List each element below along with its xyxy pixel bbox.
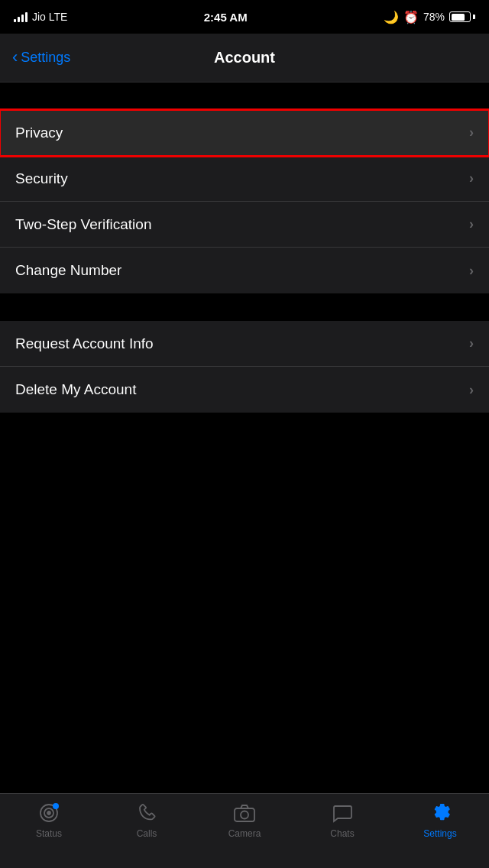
delete-my-account-label: Delete My Account (15, 381, 136, 398)
chevron-right-icon: › (469, 335, 474, 351)
moon-icon: 🌙 (384, 10, 399, 24)
section-gap-2 (0, 293, 489, 321)
page-title: Account (104, 49, 385, 66)
back-button[interactable]: ‹ Settings (12, 50, 104, 66)
svg-point-2 (47, 811, 50, 815)
battery-icon (449, 11, 475, 22)
tab-item-status[interactable]: Status (0, 802, 98, 839)
tab-camera-label: Camera (228, 828, 261, 839)
chats-icon (331, 802, 354, 824)
privacy-label: Privacy (15, 125, 63, 141)
tab-bar: Status Calls Camera Chats (0, 793, 489, 868)
settings-icon (429, 802, 452, 824)
battery-label: 78% (423, 11, 445, 23)
request-account-info-label: Request Account Info (15, 335, 154, 352)
tab-status-label: Status (36, 828, 62, 839)
chevron-left-icon: ‹ (12, 49, 18, 66)
settings-item-security[interactable]: Security › (0, 156, 489, 202)
tab-item-calls[interactable]: Calls (98, 802, 196, 839)
status-bar: Jio LTE 2:45 AM 🌙 ⏰ 78% (0, 0, 489, 34)
tab-item-settings[interactable]: Settings (391, 802, 489, 839)
settings-item-two-step-verification[interactable]: Two-Step Verification › (0, 202, 489, 248)
alarm-icon: ⏰ (403, 10, 419, 24)
tab-calls-label: Calls (137, 828, 157, 839)
status-icon (37, 802, 60, 824)
settings-item-privacy[interactable]: Privacy › (0, 110, 489, 156)
carrier-label: Jio LTE (32, 11, 67, 23)
settings-item-delete-my-account[interactable]: Delete My Account › (0, 367, 489, 413)
status-left: Jio LTE (14, 11, 67, 23)
camera-icon (233, 802, 256, 824)
chevron-right-icon: › (469, 382, 474, 398)
tab-chats-label: Chats (330, 828, 354, 839)
security-label: Security (15, 170, 68, 187)
settings-group-1: Privacy › Security › Two-Step Verificati… (0, 110, 489, 293)
settings-item-change-number[interactable]: Change Number › (0, 248, 489, 293)
chevron-right-icon: › (469, 263, 474, 279)
status-dot (53, 803, 59, 809)
section-gap-1 (0, 83, 489, 110)
tab-item-camera[interactable]: Camera (196, 802, 293, 839)
chevron-right-icon: › (469, 216, 474, 232)
chevron-right-icon: › (469, 125, 474, 141)
status-right: 🌙 ⏰ 78% (384, 10, 475, 24)
tab-item-chats[interactable]: Chats (293, 802, 391, 839)
settings-item-request-account-info[interactable]: Request Account Info › (0, 321, 489, 367)
chevron-right-icon: › (469, 170, 474, 186)
svg-point-4 (241, 811, 248, 819)
back-label: Settings (21, 50, 70, 66)
tab-settings-label: Settings (423, 828, 456, 839)
time-label: 2:45 AM (204, 11, 248, 24)
nav-bar: ‹ Settings Account (0, 34, 489, 83)
change-number-label: Change Number (15, 262, 121, 279)
two-step-verification-label: Two-Step Verification (15, 216, 151, 233)
svg-rect-3 (235, 808, 254, 821)
signal-bars (14, 12, 28, 22)
settings-group-2: Request Account Info › Delete My Account… (0, 321, 489, 413)
calls-icon (135, 802, 158, 824)
